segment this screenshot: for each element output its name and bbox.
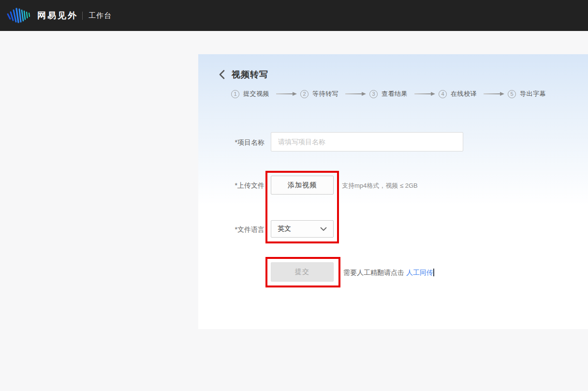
workspace-label[interactable]: 工作台 [88, 11, 112, 20]
video-transcribe-panel: 视频转写 1提交视频2等待转写3查看结果4在线校译5导出字幕 *项目名称 *上传… [198, 54, 588, 329]
step-number: 2 [300, 90, 309, 98]
step-progress: 1提交视频2等待转写3查看结果4在线校译5导出字幕 [231, 89, 546, 99]
step-item: 3查看结果 [369, 90, 408, 98]
step-item: 2等待转写 [300, 90, 338, 98]
step-label: 导出字幕 [520, 90, 546, 98]
manual-translate-note: 需要人工精翻请点击人工同传 [343, 269, 434, 277]
step-label: 查看结果 [382, 90, 408, 98]
upload-hint: 支持mp4格式，视频 ≤ 2GB [342, 181, 418, 190]
brand-logo-icon [6, 7, 31, 24]
step-item: 5导出字幕 [508, 90, 546, 98]
manual-translate-link[interactable]: 人工同传 [406, 269, 433, 276]
arrow-right-icon [276, 93, 294, 94]
text-cursor [433, 269, 434, 276]
project-name-label: *项目名称 [198, 138, 265, 147]
step-number: 4 [439, 90, 447, 98]
upload-file-label: *上传文件 [198, 181, 265, 190]
add-video-button[interactable]: 添加视频 [271, 176, 334, 195]
manual-note-text: 需要人工精翻请点击 [343, 269, 404, 276]
project-name-input[interactable] [271, 132, 463, 151]
arrow-right-icon [414, 93, 432, 94]
step-number: 1 [231, 90, 239, 98]
arrow-right-icon [484, 93, 501, 94]
step-item: 4在线校译 [439, 90, 477, 98]
step-number: 5 [508, 90, 516, 98]
step-label: 在线校译 [451, 90, 477, 98]
arrow-right-icon [345, 93, 363, 94]
title-row: 视频转写 [219, 69, 268, 80]
file-language-label: *文件语言 [198, 226, 265, 234]
language-selected-value: 英文 [278, 225, 291, 233]
step-number: 3 [369, 90, 378, 98]
app-screen: 网易见外 工作台 视频转写 1提交视频2等待转写3查看结果4在线校译5导出字幕 … [0, 0, 588, 391]
header-divider [82, 12, 83, 20]
step-label: 提交视频 [243, 90, 269, 98]
page-title: 视频转写 [232, 69, 268, 80]
top-bar: 网易见外 工作台 [0, 0, 588, 31]
back-icon[interactable] [219, 70, 225, 79]
language-select[interactable]: 英文 [271, 220, 334, 238]
step-item: 1提交视频 [231, 90, 269, 98]
submit-button[interactable]: 提交 [271, 262, 334, 282]
step-label: 等待转写 [312, 90, 338, 98]
brand-name: 网易见外 [37, 10, 78, 21]
chevron-down-icon [320, 227, 327, 231]
